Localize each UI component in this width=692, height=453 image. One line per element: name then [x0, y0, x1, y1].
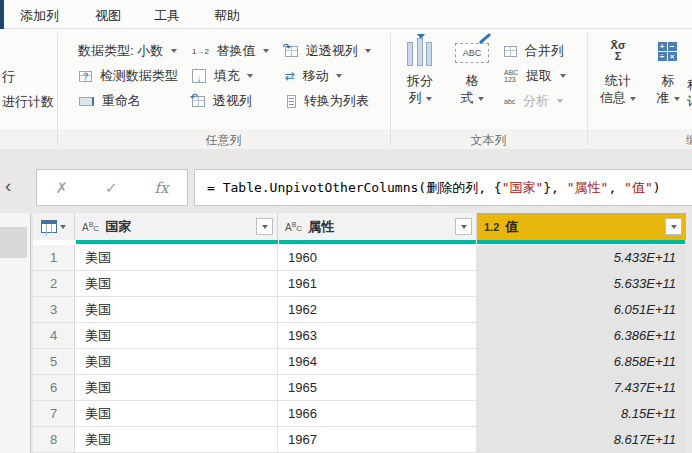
statistics-button[interactable]: X̄σΣ 统计 信息: [594, 34, 642, 106]
attribute-cell[interactable]: 1963: [278, 323, 477, 349]
value-cell[interactable]: 7.437E+11: [477, 375, 686, 401]
table-row: 7美国19668.15E+11: [33, 401, 686, 427]
column-header-country[interactable]: ABC 国家: [75, 213, 278, 240]
split-column-icon: [407, 34, 433, 68]
standard-button[interactable]: +−÷× 标 准: [646, 34, 690, 106]
fill-button[interactable]: ↓ 填充: [192, 67, 253, 85]
group-divider: [57, 33, 58, 145]
attribute-cell[interactable]: 1966: [278, 401, 477, 427]
fx-icon[interactable]: fx: [155, 179, 169, 197]
country-cell[interactable]: 美国: [75, 349, 278, 375]
pivot-column-button[interactable]: ↶ 透视列: [192, 92, 252, 110]
attribute-cell[interactable]: 1962: [278, 297, 477, 323]
country-cell[interactable]: 美国: [75, 427, 278, 453]
attribute-cell[interactable]: 1965: [278, 375, 477, 401]
attribute-cell[interactable]: 1960: [278, 245, 477, 271]
format-button[interactable]: ABC 格 式: [448, 34, 496, 106]
row-number-cell[interactable]: 5: [33, 349, 75, 375]
chevron-down-icon: [171, 49, 177, 53]
column-header-value-selected[interactable]: 1.2 值: [477, 213, 686, 240]
row-number-cell[interactable]: 4: [33, 323, 75, 349]
cancel-formula-icon[interactable]: ✗: [55, 179, 68, 197]
country-cell[interactable]: 美国: [75, 323, 278, 349]
tab-view[interactable]: 视图: [95, 7, 121, 25]
row-number-cell[interactable]: 1: [33, 245, 75, 271]
row-number-cell[interactable]: 6: [33, 375, 75, 401]
pivot-column-icon: ↶: [192, 96, 205, 107]
data-type-label: 数据类型:: [78, 43, 134, 58]
data-type-button[interactable]: 数据类型: 小数: [78, 42, 177, 60]
unpivot-columns-label: 逆透视列: [306, 43, 358, 58]
formula-token: "值": [624, 180, 653, 195]
commit-formula-icon[interactable]: ✓: [105, 179, 118, 197]
column-name: 属性: [308, 218, 334, 236]
row-number-cell[interactable]: 7: [33, 401, 75, 427]
data-preview-grid: ABC 国家 ABC 属性 1.2 值 1美国19605.433E+112美国1…: [33, 213, 686, 453]
filter-dropdown-button[interactable]: [665, 218, 682, 235]
formula-text: = Table.UnpivotOtherColumns(删除的列, {"国家"}…: [195, 170, 692, 205]
country-cell[interactable]: 美国: [75, 401, 278, 427]
tab-help[interactable]: 帮助: [214, 7, 240, 25]
row-number-cell[interactable]: 3: [33, 297, 75, 323]
detect-data-type-button[interactable]: ? 检测数据类型: [79, 67, 178, 85]
row-number-cell[interactable]: 2: [33, 271, 75, 297]
reverse-rows-button-clipped[interactable]: 行: [2, 68, 15, 86]
country-cell[interactable]: 美国: [75, 297, 278, 323]
formula-token: ): [653, 180, 661, 195]
tab-add-column[interactable]: 添加列: [20, 7, 59, 25]
standard-label-1: 标: [646, 72, 690, 89]
value-cell[interactable]: 6.051E+11: [477, 297, 686, 323]
chevron-down-icon: [478, 97, 484, 101]
unpivot-columns-button[interactable]: ↷ 逆透视列: [285, 42, 371, 60]
formula-bar[interactable]: = Table.UnpivotOtherColumns(删除的列, {"国家"}…: [194, 169, 692, 206]
scientific-button-clipped[interactable]: 科学 记数: [687, 34, 692, 110]
move-button[interactable]: ⇄ 移动: [285, 67, 342, 85]
split-column-button[interactable]: 拆分 列: [396, 34, 444, 106]
value-cell[interactable]: 5.633E+11: [477, 271, 686, 297]
collapse-queries-pane-icon[interactable]: ‹: [5, 176, 11, 195]
formula-token: },: [543, 180, 566, 195]
country-cell[interactable]: 美国: [75, 375, 278, 401]
chevron-down-icon: [461, 225, 467, 229]
move-label: 移动: [303, 68, 329, 83]
table-row: 1美国19605.433E+11: [33, 245, 686, 271]
convert-to-list-button[interactable]: 转换为列表: [287, 92, 369, 110]
scientific-label-2: 记数: [687, 93, 692, 110]
file-tab-edge: [0, 0, 4, 29]
detect-data-type-icon: ?: [79, 71, 92, 82]
rename-icon: [79, 97, 94, 106]
merge-columns-button[interactable]: 合并列: [504, 42, 564, 60]
country-cell[interactable]: 美国: [75, 271, 278, 297]
select-all-button[interactable]: [33, 213, 75, 240]
attribute-cell[interactable]: 1967: [278, 427, 477, 453]
rename-button[interactable]: 重命名: [79, 92, 141, 110]
country-cell[interactable]: 美国: [75, 245, 278, 271]
filter-dropdown-button[interactable]: [256, 218, 273, 235]
attribute-cell[interactable]: 1964: [278, 349, 477, 375]
formula-token: = Table.UnpivotOtherColumns(删除的列, {: [207, 180, 502, 195]
value-cell[interactable]: 6.386E+11: [477, 323, 686, 349]
value-cell[interactable]: 8.617E+11: [477, 427, 686, 453]
extract-button[interactable]: ABC123 提取: [504, 67, 566, 85]
quality-bar: [76, 240, 278, 244]
value-cell[interactable]: 5.433E+11: [477, 245, 686, 271]
row-number-cell[interactable]: 8: [33, 427, 75, 453]
queries-pane-handle[interactable]: [0, 227, 27, 258]
grid-header: ABC 国家 ABC 属性 1.2 值: [33, 213, 686, 240]
value-cell[interactable]: 6.858E+11: [477, 349, 686, 375]
value-cell[interactable]: 8.15E+11: [477, 401, 686, 427]
attribute-cell[interactable]: 1961: [278, 271, 477, 297]
column-header-attribute[interactable]: ABC 属性: [278, 213, 477, 240]
parse-button: abc 分析: [504, 92, 563, 110]
statistics-label-1: 统计: [594, 72, 642, 89]
replace-values-button[interactable]: 1→2 替换值: [192, 42, 269, 60]
filter-dropdown-button[interactable]: [455, 218, 472, 235]
queries-pane-collapsed[interactable]: [0, 213, 30, 453]
chevron-down-icon: [630, 97, 636, 101]
formula-bar-buttons: ✗ ✓ fx: [36, 169, 188, 206]
tab-tools[interactable]: 工具: [154, 7, 180, 25]
table-row: 5美国19646.858E+11: [33, 349, 686, 375]
table-row: 6美国19657.437E+11: [33, 375, 686, 401]
count-rows-button-clipped[interactable]: 进行计数: [2, 93, 54, 111]
chevron-down-icon: [247, 74, 253, 78]
